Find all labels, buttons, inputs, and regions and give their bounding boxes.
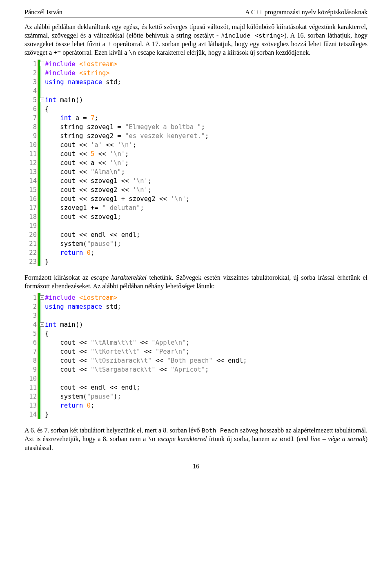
- code-line: 5−int main(): [24, 96, 368, 105]
- code-text: cout << szoveg1;: [43, 212, 121, 221]
- header-title: A C++ programozási nyelv középiskolásokn…: [245, 8, 368, 17]
- line-number: 7: [24, 114, 38, 123]
- line-number: 13: [24, 167, 38, 176]
- code-text: int a = 7;: [43, 114, 98, 123]
- fold-toggle-icon[interactable]: −: [40, 62, 44, 66]
- code-text: cout << szoveg2 << '\n';: [43, 185, 151, 194]
- para1-code: #include <string>: [221, 33, 284, 40]
- code-text: cout << 'a' << '\n';: [43, 140, 136, 149]
- para3-e: (: [294, 435, 299, 442]
- code-text: cout << szoveg1 + szoveg2 << '\n';: [43, 194, 190, 203]
- line-number: 11: [24, 149, 38, 158]
- gutter-marker: [38, 194, 43, 203]
- line-number: 3: [24, 311, 38, 320]
- fold-toggle-icon[interactable]: −: [40, 322, 44, 327]
- code-text: [43, 374, 45, 383]
- gutter-marker: [38, 158, 43, 167]
- line-number: 13: [24, 401, 38, 410]
- code-line: 6 cout << "\tAlma\t\t" << "Apple\n";: [24, 338, 368, 347]
- line-number: 4: [24, 87, 38, 96]
- code-line: 11 cout << 5 << '\n';: [24, 149, 368, 158]
- gutter-marker: [38, 185, 43, 194]
- line-number: 6: [24, 338, 38, 347]
- code-text: cout << "\tAlma\t\t" << "Apple\n";: [43, 338, 190, 347]
- gutter-marker: [38, 383, 43, 392]
- code-text: using namespace std;: [43, 78, 121, 87]
- code-line: 8 cout << "\tOszibarack\t" << "Both peac…: [24, 356, 368, 365]
- line-number: 3: [24, 78, 38, 87]
- gutter-marker: [38, 78, 43, 87]
- code-line: 10 cout << 'a' << '\n';: [24, 140, 368, 149]
- code-text: [43, 221, 45, 230]
- gutter-marker: [38, 329, 43, 338]
- line-number: 8: [24, 356, 38, 365]
- gutter-marker: [38, 410, 43, 419]
- line-number: 9: [24, 365, 38, 374]
- line-number: 21: [24, 239, 38, 248]
- para3-code1: Both Peach: [202, 428, 238, 435]
- gutter-marker: [38, 311, 43, 320]
- page-number: 16: [24, 462, 368, 471]
- code-line: 5{: [24, 329, 368, 338]
- line-number: 23: [24, 257, 38, 266]
- code-text: system("pause");: [43, 239, 121, 248]
- line-number: 15: [24, 185, 38, 194]
- para2-b: escape karakterekkel: [91, 274, 147, 281]
- header-rule: [24, 18, 368, 18]
- code-text: cout << "\tKorte\t\t" << "Pear\n";: [43, 347, 190, 356]
- code-line: 4−int main(): [24, 320, 368, 329]
- code-line: 6{: [24, 105, 368, 114]
- gutter-marker: [38, 356, 43, 365]
- code-text: return 0;: [43, 248, 94, 257]
- code-text: #include <iostream>: [43, 60, 117, 69]
- gutter-marker: [38, 302, 43, 311]
- fold-toggle-icon[interactable]: −: [40, 295, 44, 300]
- line-number: 10: [24, 374, 38, 383]
- line-number: 12: [24, 392, 38, 401]
- code-line: 14 cout << szoveg1 << '\n';: [24, 176, 368, 185]
- gutter-marker: [38, 167, 43, 176]
- code-text: cout << a << '\n';: [43, 158, 129, 167]
- gutter-marker: −: [38, 320, 43, 329]
- gutter-marker: [38, 239, 43, 248]
- code-text: cout << "\tSargabarack\t" << "Apricot";: [43, 365, 209, 374]
- gutter-marker: [38, 114, 43, 123]
- code-line: 19: [24, 221, 368, 230]
- code-line: 10: [24, 374, 368, 383]
- line-number: 18: [24, 212, 38, 221]
- line-number: 1: [24, 293, 38, 302]
- gutter-marker: −: [38, 60, 43, 69]
- code-line: 3: [24, 311, 368, 320]
- code-line: 3using namespace std;: [24, 78, 368, 87]
- code-text: int main(): [43, 320, 83, 329]
- line-number: 6: [24, 105, 38, 114]
- gutter-marker: [38, 123, 43, 131]
- code-block-1: 1−#include <iostream>2#include <string>3…: [24, 60, 368, 266]
- code-line: 23}: [24, 257, 368, 266]
- fold-toggle-icon[interactable]: −: [40, 98, 44, 102]
- line-number: 22: [24, 248, 38, 257]
- code-line: 7 cout << "\tKorte\t\t" << "Pear\n";: [24, 347, 368, 356]
- code-line: 2using namespace std;: [24, 302, 368, 311]
- code-line: 12 cout << a << '\n';: [24, 158, 368, 167]
- code-text: cout << szoveg1 << '\n';: [43, 176, 151, 185]
- code-block-2: 1−#include <iostream>2using namespace st…: [24, 293, 368, 419]
- gutter-marker: [38, 176, 43, 185]
- code-text: [43, 87, 45, 96]
- para3-esc: \n: [148, 436, 156, 443]
- paragraph-2: Formázott kiírásokat az escape karaktere…: [24, 274, 368, 291]
- code-line: 9 string szoveg2 = "es veszek kenyeret."…: [24, 131, 368, 140]
- gutter-marker: −: [38, 96, 43, 105]
- para3-it1: escape karakterrel: [158, 435, 207, 442]
- code-text: }: [43, 257, 49, 266]
- line-number: 19: [24, 221, 38, 230]
- line-number: 20: [24, 230, 38, 239]
- code-text: #include <string>: [43, 69, 110, 78]
- code-text: cout << "Alma\n";: [43, 167, 125, 176]
- code-text: {: [43, 105, 49, 114]
- code-text: cout << endl << endl;: [43, 383, 140, 392]
- code-line: 18 cout << szoveg1;: [24, 212, 368, 221]
- gutter-marker: [38, 257, 43, 266]
- gutter-marker: [38, 347, 43, 356]
- line-number: 5: [24, 329, 38, 338]
